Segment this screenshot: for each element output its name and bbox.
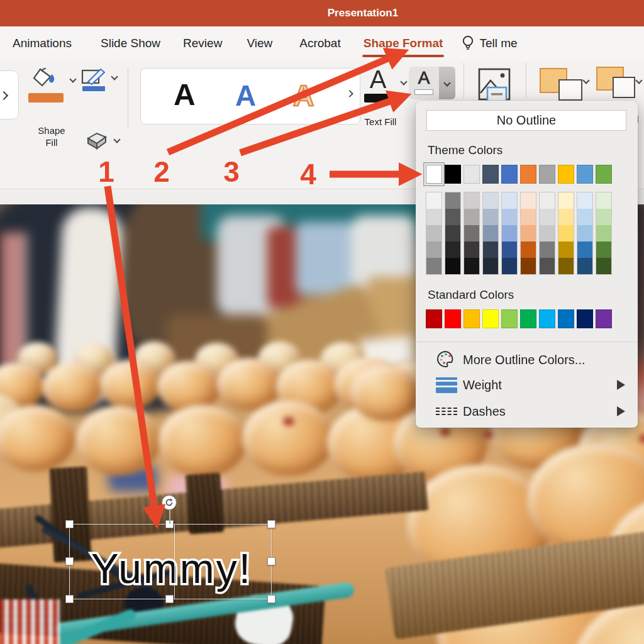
resize-handle-top-right[interactable] xyxy=(267,520,275,528)
color-swatch[interactable] xyxy=(577,209,592,225)
tab-acrobat[interactable]: Acrobat xyxy=(299,26,340,60)
color-swatch[interactable] xyxy=(520,165,536,184)
color-swatch[interactable] xyxy=(577,165,593,184)
color-swatch[interactable] xyxy=(426,209,441,225)
color-swatch[interactable] xyxy=(445,192,460,209)
resize-handle-bottom-left[interactable] xyxy=(65,595,74,603)
shape-fill-color-bar[interactable] xyxy=(28,93,64,103)
color-swatch[interactable] xyxy=(502,192,517,209)
color-swatch[interactable] xyxy=(464,309,480,328)
color-swatch[interactable] xyxy=(445,165,461,184)
color-swatch[interactable] xyxy=(502,209,517,225)
color-swatch[interactable] xyxy=(483,258,498,274)
shape-fill-label[interactable]: Shape Fill xyxy=(26,125,77,148)
color-swatch[interactable] xyxy=(558,309,574,328)
color-swatch[interactable] xyxy=(502,258,517,274)
no-outline-button[interactable]: No Outline xyxy=(426,110,626,131)
color-swatch[interactable] xyxy=(521,225,536,242)
resize-handle-bottom-center[interactable] xyxy=(165,595,174,603)
shape-effects-dropdown-icon[interactable] xyxy=(113,136,120,143)
color-swatch[interactable] xyxy=(426,309,442,328)
color-swatch[interactable] xyxy=(426,192,441,209)
color-swatch[interactable] xyxy=(521,242,536,258)
text-fill-label[interactable]: Text Fill xyxy=(352,116,409,128)
color-swatch[interactable] xyxy=(558,258,574,274)
shape-outline-pencil-icon[interactable] xyxy=(80,65,107,92)
resize-handle-bottom-right[interactable] xyxy=(267,595,275,603)
color-swatch[interactable] xyxy=(501,165,518,184)
color-swatch[interactable] xyxy=(577,258,592,274)
send-backward-button[interactable] xyxy=(595,65,644,106)
wordart-style-orange-outline[interactable]: A xyxy=(293,79,314,113)
dashes-item[interactable]: Dashes xyxy=(416,400,638,423)
tab-review[interactable]: Review xyxy=(183,26,222,60)
color-swatch[interactable] xyxy=(445,242,460,258)
picture-button[interactable] xyxy=(477,67,512,106)
tell-me-button[interactable]: Tell me xyxy=(479,26,517,60)
color-swatch[interactable] xyxy=(464,258,479,274)
wordart-style-blue[interactable]: A xyxy=(235,79,256,113)
color-swatch[interactable] xyxy=(426,165,442,184)
rotation-handle[interactable] xyxy=(162,495,177,510)
paint-bucket-icon[interactable] xyxy=(31,65,62,93)
color-swatch[interactable] xyxy=(596,258,611,274)
color-swatch[interactable] xyxy=(596,309,612,328)
color-swatch[interactable] xyxy=(464,225,479,242)
wordart-styles-gallery[interactable]: A A A xyxy=(140,68,360,125)
color-swatch[interactable] xyxy=(482,165,499,184)
text-outline-dropdown-icon[interactable] xyxy=(439,67,455,99)
color-swatch[interactable] xyxy=(558,225,574,242)
color-swatch[interactable] xyxy=(540,258,555,274)
color-swatch[interactable] xyxy=(558,165,574,184)
tab-animations[interactable]: Animations xyxy=(13,26,72,60)
wordart-style-black[interactable]: A xyxy=(174,77,196,112)
color-swatch[interactable] xyxy=(577,242,592,258)
color-swatch[interactable] xyxy=(521,192,536,209)
tab-view[interactable]: View xyxy=(247,26,272,60)
color-swatch[interactable] xyxy=(558,242,574,258)
color-swatch[interactable] xyxy=(483,209,498,225)
color-swatch[interactable] xyxy=(483,225,498,242)
color-swatch[interactable] xyxy=(445,258,460,274)
text-fill-icon[interactable]: A xyxy=(364,65,392,94)
color-swatch[interactable] xyxy=(520,309,536,328)
color-swatch[interactable] xyxy=(596,242,611,258)
color-swatch[interactable] xyxy=(426,225,441,242)
color-swatch[interactable] xyxy=(502,225,517,242)
color-swatch[interactable] xyxy=(426,258,441,274)
color-swatch[interactable] xyxy=(540,225,555,242)
color-swatch[interactable] xyxy=(464,242,479,258)
text-fill-dropdown-icon[interactable] xyxy=(400,78,407,85)
color-swatch[interactable] xyxy=(558,192,574,209)
color-swatch[interactable] xyxy=(596,165,612,184)
color-swatch[interactable] xyxy=(558,209,574,225)
color-swatch[interactable] xyxy=(539,165,555,184)
resize-handle-mid-right[interactable] xyxy=(267,557,275,565)
color-swatch[interactable] xyxy=(540,242,555,258)
shape-fill-dropdown-icon[interactable] xyxy=(69,75,76,82)
color-swatch[interactable] xyxy=(540,209,555,225)
color-swatch[interactable] xyxy=(501,309,518,328)
color-swatch[interactable] xyxy=(596,225,611,242)
resize-handle-top-left[interactable] xyxy=(65,520,74,528)
color-swatch[interactable] xyxy=(482,309,499,328)
color-swatch[interactable] xyxy=(539,309,555,328)
text-outline-button[interactable]: A xyxy=(409,67,455,99)
bring-forward-button[interactable] xyxy=(538,65,589,106)
color-swatch[interactable] xyxy=(596,209,611,225)
shape-outline-dropdown-icon[interactable] xyxy=(111,73,118,80)
color-swatch[interactable] xyxy=(483,192,498,209)
color-swatch[interactable] xyxy=(540,192,555,209)
color-swatch[interactable] xyxy=(464,209,479,225)
resize-handle-mid-left[interactable] xyxy=(65,557,74,565)
color-swatch[interactable] xyxy=(502,242,517,258)
shape-styles-gallery-overflow[interactable] xyxy=(0,70,19,119)
shape-effects-icon[interactable] xyxy=(83,131,108,152)
textbox-selection-border[interactable] xyxy=(69,524,272,599)
text-outline-icon[interactable]: A xyxy=(409,67,439,99)
text-fill-color-bar[interactable] xyxy=(364,94,394,103)
color-swatch[interactable] xyxy=(577,192,592,209)
color-swatch[interactable] xyxy=(464,165,480,184)
color-swatch[interactable] xyxy=(445,309,461,328)
more-outline-colors-item[interactable]: More Outline Colors... xyxy=(416,348,638,371)
